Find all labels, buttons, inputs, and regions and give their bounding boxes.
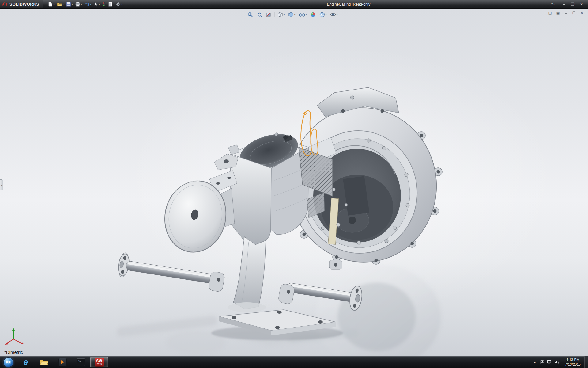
taskbar-item-media-player[interactable] (54, 357, 71, 367)
show-hidden-icons-button[interactable]: ▲ (533, 361, 537, 364)
clock-time: 4:13 PM (566, 358, 579, 362)
print-button[interactable]: ▾ (74, 1, 83, 8)
zoom-to-fit-button[interactable] (247, 11, 254, 18)
open-caret-icon[interactable]: ▾ (62, 3, 64, 6)
hide-show-caret-icon[interactable]: ▾ (305, 13, 307, 16)
graphics-viewport[interactable]: ▾ ▾ ▾ ▾ ▾ ◫ ▣ (0, 9, 588, 356)
select-cursor-icon (93, 2, 98, 7)
media-player-icon (58, 358, 67, 366)
help-caret-icon: ▾ (553, 3, 555, 6)
solidworks-app-icon: SW 2015 (95, 358, 104, 367)
view-orientation-caret-icon[interactable]: ▾ (283, 13, 285, 16)
file-properties-button[interactable] (107, 1, 114, 8)
zoom-to-area-button[interactable] (256, 11, 263, 18)
command-prompt-icon: >_ (77, 358, 85, 366)
taskbar-item-file-explorer[interactable] (35, 357, 53, 367)
brand-text: SOLIDWORKS (9, 2, 39, 6)
save-button[interactable]: ▾ (65, 1, 74, 8)
view-orientation-label: *Dimetric (4, 350, 23, 355)
document-window-controls: ◫ ▣ – ❐ ✕ (547, 10, 585, 16)
edit-appearance-sphere-icon (310, 12, 316, 17)
solidworks-logo-icon (2, 2, 8, 7)
start-button[interactable] (0, 356, 17, 368)
file-properties-icon (108, 2, 113, 7)
command-prompt-text: >_ (78, 359, 81, 362)
rebuild-button[interactable] (101, 1, 107, 8)
taskbar-item-internet-explorer[interactable]: e (17, 357, 35, 367)
main-toolbar: ▾ ▾ ▾ ▾ ▾ ▾ (47, 1, 123, 8)
select-caret-icon[interactable]: ▾ (99, 3, 100, 6)
doc-restore-button[interactable]: ❐ (571, 10, 577, 16)
maximize-button[interactable]: ❐ (569, 1, 577, 7)
flyout-arrow-icon: ◂ (1, 184, 2, 186)
taskbar: e >_ SW 2015 ▲ (0, 356, 588, 368)
3d-model-canvas[interactable] (0, 9, 588, 356)
view-settings-caret-icon[interactable]: ▾ (337, 13, 338, 16)
new-document-icon (47, 2, 53, 7)
section-view-button[interactable] (265, 11, 272, 18)
display-stand[interactable] (208, 237, 336, 335)
doc-pane-right-button[interactable]: ▣ (555, 10, 561, 16)
action-center-flag-icon[interactable] (540, 360, 544, 365)
hide-show-glasses-icon (299, 12, 305, 17)
open-document-button[interactable]: ▾ (56, 1, 65, 8)
apply-scene-caret-icon[interactable]: ▾ (326, 13, 327, 16)
help-icon: ? (551, 2, 553, 6)
orientation-triad (5, 328, 24, 345)
taskbar-clock[interactable]: 4:13 PM 7/13/2015 (562, 358, 583, 367)
options-gear-icon (115, 2, 121, 7)
print-caret-icon[interactable]: ▾ (81, 3, 82, 6)
taskbar-item-command-prompt[interactable]: >_ (72, 357, 90, 367)
apply-scene-button[interactable]: ▾ (319, 11, 327, 18)
view-settings-eye-icon (330, 12, 336, 17)
undo-icon (84, 2, 90, 7)
network-icon[interactable] (547, 360, 552, 364)
close-button[interactable]: ✕ (578, 1, 586, 7)
app-logo: SOLIDWORKS (0, 0, 43, 8)
windows-flag-icon (6, 359, 11, 365)
save-caret-icon[interactable]: ▾ (72, 3, 73, 6)
view-orientation-button[interactable]: ▾ (277, 11, 285, 18)
apply-scene-icon (319, 12, 325, 17)
rebuild-traffic-light-icon (102, 2, 106, 7)
solidworks-icon-year: 2015 (97, 363, 102, 366)
system-tray: ▲ 4:13 PM 7/13/2015 (533, 356, 584, 368)
window-title: EngineCasing [Read-only] (327, 2, 371, 6)
print-icon (75, 2, 81, 7)
internet-explorer-icon: e (23, 358, 28, 366)
clock-date: 7/13/2015 (565, 362, 581, 367)
solidworks-icon-label: SW (96, 359, 102, 363)
display-style-caret-icon[interactable]: ▾ (294, 13, 295, 16)
new-caret-icon[interactable]: ▾ (53, 3, 55, 6)
title-bar: SOLIDWORKS ▾ ▾ ▾ ▾ ▾ (0, 0, 588, 9)
open-document-icon (57, 2, 62, 7)
undo-button[interactable]: ▾ (83, 1, 92, 8)
zoom-to-area-icon (256, 12, 262, 17)
save-icon (66, 2, 71, 7)
options-button[interactable]: ▾ (115, 1, 123, 8)
panel-flyout-tab[interactable]: ◂ (0, 179, 3, 190)
minimize-button[interactable]: – (560, 1, 568, 7)
hide-show-items-button[interactable]: ▾ (298, 11, 307, 18)
doc-pane-left-button[interactable]: ◫ (547, 10, 553, 16)
zoom-to-fit-icon (247, 12, 253, 17)
help-button[interactable]: ?▾ (551, 2, 555, 6)
edit-appearance-button[interactable] (310, 11, 317, 18)
taskbar-item-solidworks[interactable]: SW 2015 (90, 357, 108, 367)
windows-orb-icon (3, 357, 13, 367)
display-style-cube-icon (288, 12, 294, 17)
new-document-button[interactable]: ▾ (47, 1, 55, 8)
volume-icon[interactable] (555, 360, 560, 364)
doc-minimize-button[interactable]: – (563, 10, 569, 16)
options-caret-icon[interactable]: ▾ (121, 3, 123, 6)
view-settings-button[interactable]: ▾ (330, 11, 338, 18)
display-style-button[interactable]: ▾ (287, 11, 296, 18)
folder-icon (40, 358, 49, 366)
window-controls: ?▾ – ❐ ✕ (551, 1, 588, 7)
undo-caret-icon[interactable]: ▾ (90, 3, 91, 6)
view-orientation-cube-icon (277, 12, 283, 17)
headsup-separator (274, 12, 274, 17)
select-button[interactable]: ▾ (92, 1, 101, 8)
show-desktop-button[interactable] (584, 356, 588, 368)
doc-close-button[interactable]: ✕ (579, 10, 585, 16)
